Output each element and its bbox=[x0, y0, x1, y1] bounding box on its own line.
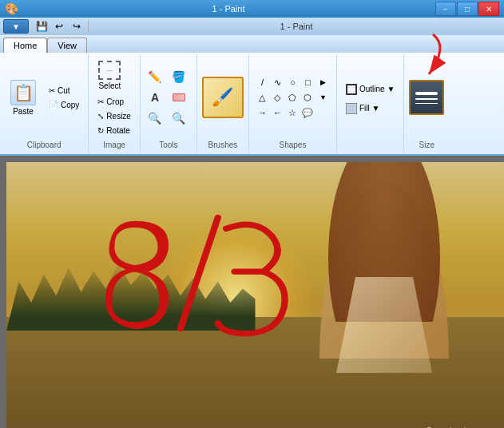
shapes-row-3: → ← ☆ 💬 bbox=[255, 105, 330, 120]
select-button[interactable]: ··· Select bbox=[93, 57, 125, 93]
shape-oval[interactable]: ○ bbox=[285, 75, 300, 89]
crop-button[interactable]: ✂ Crop bbox=[93, 95, 135, 109]
tab-bar: Home View bbox=[0, 35, 504, 53]
magnifier-tool[interactable]: 🔍 bbox=[169, 109, 189, 128]
app-icon: 🎨 bbox=[5, 2, 18, 15]
cut-icon: ✂ bbox=[49, 86, 55, 95]
shape-diamond[interactable]: ◇ bbox=[270, 90, 284, 105]
clipboard-label: Clipboard bbox=[3, 139, 85, 151]
size-group: Size bbox=[404, 54, 449, 153]
ribbon: 📋 Paste ✂ Cut 📄 Copy Clipboard bbox=[0, 53, 504, 156]
select-icon: ··· bbox=[98, 61, 121, 80]
size-line-thin bbox=[415, 103, 438, 104]
image-group: ··· Select ✂ Crop ⤡ Resize ↻ bbox=[89, 54, 141, 153]
clipboard-group: 📋 Paste ✂ Cut 📄 Copy Clipboard bbox=[0, 54, 89, 153]
paint-menu-button[interactable]: ▼ bbox=[3, 19, 29, 34]
minimize-button[interactable]: − bbox=[435, 2, 456, 16]
shape-more2[interactable]: ▼ bbox=[315, 90, 330, 105]
copy-icon: 📄 bbox=[49, 101, 58, 109]
brushes-label: Brushes bbox=[200, 139, 245, 151]
fill-tool[interactable]: 🪣 bbox=[169, 67, 189, 86]
shape-arrow-left[interactable]: ← bbox=[270, 105, 284, 120]
brushes-button[interactable]: 🖌️ bbox=[202, 77, 244, 118]
shapes-row-2: △ ◇ ⬠ ⬡ ▼ bbox=[255, 90, 330, 105]
close-button[interactable]: ✕ bbox=[478, 2, 499, 16]
size-button[interactable] bbox=[409, 80, 444, 115]
svg-line-1 bbox=[181, 217, 218, 328]
shape-rect[interactable]: □ bbox=[300, 75, 315, 89]
eraser-tool[interactable] bbox=[169, 88, 189, 107]
eraser-icon bbox=[173, 93, 185, 101]
rotate-button[interactable]: ↻ Rotate bbox=[93, 124, 135, 137]
outfill-label bbox=[340, 141, 400, 151]
resize-button[interactable]: ⤡ Resize bbox=[93, 109, 135, 123]
outfill-group: Outline ▼ Fill ▼ bbox=[337, 54, 404, 153]
outline-button[interactable]: Outline ▼ bbox=[342, 81, 399, 97]
size-line-medium bbox=[415, 98, 438, 100]
paste-button[interactable]: 📋 Paste bbox=[5, 76, 42, 120]
fill-button[interactable]: Fill ▼ bbox=[342, 101, 383, 117]
shapes-group: / ∿ ○ □ ▶ △ ◇ ⬠ ⬡ ▼ → ← bbox=[249, 54, 337, 153]
title-bar: 🎨 1 - Paint − □ ✕ bbox=[0, 0, 504, 18]
shape-arrow-right[interactable]: → bbox=[255, 105, 269, 120]
tab-home[interactable]: Home bbox=[3, 38, 47, 53]
qa-separator bbox=[88, 21, 89, 32]
drawing-overlay bbox=[6, 162, 504, 428]
shape-more3[interactable] bbox=[315, 105, 330, 120]
shape-more1[interactable]: ▶ bbox=[315, 75, 330, 89]
title-text: 1 - Paint bbox=[22, 4, 435, 14]
color-picker-tool[interactable]: 🔍 bbox=[145, 109, 165, 128]
pencil-tool[interactable]: ✏️ bbox=[145, 67, 165, 86]
tab-view[interactable]: View bbox=[47, 38, 87, 53]
brushes-group: 🖌️ Brushes bbox=[197, 54, 249, 153]
redo-button[interactable]: ↪ bbox=[69, 19, 85, 34]
clipboard-small-buttons: ✂ Cut 📄 Copy bbox=[45, 84, 83, 112]
shape-line[interactable]: / bbox=[255, 75, 269, 89]
canvas-area: Download.com.vn bbox=[0, 156, 504, 428]
window-title: 1 - Paint bbox=[92, 22, 501, 31]
size-label: Size bbox=[407, 139, 446, 151]
outline-icon bbox=[346, 84, 357, 95]
size-line-thick bbox=[415, 92, 438, 95]
shape-callout[interactable]: 💬 bbox=[300, 105, 315, 120]
copy-button[interactable]: 📄 Copy bbox=[45, 98, 83, 112]
shape-triangle[interactable]: △ bbox=[255, 90, 269, 105]
shape-hexagon[interactable]: ⬡ bbox=[300, 90, 315, 105]
shapes-row-1: / ∿ ○ □ ▶ bbox=[255, 75, 330, 89]
cut-button[interactable]: ✂ Cut bbox=[45, 84, 83, 97]
text-tool[interactable]: A bbox=[145, 88, 165, 107]
shapes-label: Shapes bbox=[252, 139, 333, 151]
fill-icon bbox=[346, 103, 357, 114]
paste-icon: 📋 bbox=[10, 80, 36, 105]
save-button[interactable]: 💾 bbox=[34, 19, 50, 34]
undo-button[interactable]: ↩ bbox=[51, 19, 67, 34]
paint-canvas[interactable]: Download.com.vn bbox=[6, 162, 504, 428]
paste-label: Paste bbox=[13, 107, 34, 116]
brushes-icon: 🖌️ bbox=[212, 87, 233, 108]
window-controls: − □ ✕ bbox=[435, 2, 499, 16]
resize-icon: ⤡ bbox=[97, 112, 104, 121]
shape-star[interactable]: ☆ bbox=[285, 105, 300, 120]
shape-pentagon[interactable]: ⬠ bbox=[285, 90, 300, 105]
quick-access-toolbar: ▼ 💾 ↩ ↪ 1 - Paint bbox=[0, 18, 504, 35]
tools-label: Tools bbox=[144, 139, 193, 151]
shape-curve[interactable]: ∿ bbox=[270, 75, 284, 89]
tools-group: ✏️ 🪣 A 🔍 🔍 Tools bbox=[141, 54, 197, 153]
crop-icon: ✂ bbox=[97, 97, 104, 106]
image-label: Image bbox=[92, 139, 137, 151]
maximize-button[interactable]: □ bbox=[457, 2, 478, 16]
rotate-icon: ↻ bbox=[97, 126, 104, 135]
